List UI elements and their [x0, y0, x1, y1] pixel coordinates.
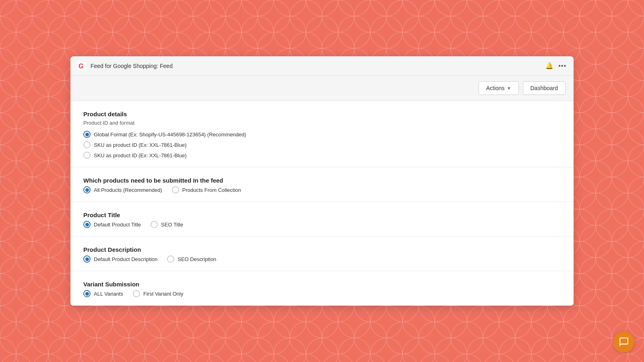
radio-label-default_title: Default Product Title: [94, 222, 141, 228]
radio-circle-sku_id_1: [83, 141, 91, 148]
radio-label-first_variant: First Variant Only: [143, 291, 183, 297]
content-area: Product detailsProduct ID and formatGlob…: [70, 101, 574, 306]
section-title-product_details: Product details: [83, 111, 561, 117]
bell-icon[interactable]: 🔔: [545, 62, 553, 70]
radio-label-sku_id_2: SKU as product ID (Ex: XXL-7861-Blue): [94, 152, 187, 158]
radio-label-sku_id_1: SKU as product ID (Ex: XXL-7861-Blue): [94, 142, 187, 148]
dashboard-button[interactable]: Dashboard: [523, 81, 566, 95]
radio-option-seo_title[interactable]: SEO Title: [151, 221, 183, 228]
radio-circle-from_collection: [172, 186, 179, 193]
radio-circle-all_products: [83, 186, 91, 193]
section-product_title: Product TitleDefault Product TitleSEO Ti…: [70, 202, 574, 237]
radio-group-product_description: Default Product DescriptionSEO Descripti…: [83, 255, 561, 263]
actions-button[interactable]: Actions ▼: [479, 81, 519, 95]
section-title-which_products: Which products need to be submitted In t…: [83, 177, 561, 184]
radio-label-seo_description: SEO Description: [178, 256, 216, 262]
section-title-variant_submission: Variant Submission: [83, 281, 561, 288]
app-logo-icon: G: [78, 62, 87, 70]
radio-group-which_products: All Products (Recommended)Products From …: [83, 186, 561, 193]
section-title-product_title: Product Title: [83, 212, 561, 218]
more-options-icon[interactable]: •••: [558, 62, 566, 70]
radio-label-global_format: Global Format (Ex: Shopify-US-445698-123…: [94, 132, 246, 138]
radio-option-sku_id_2[interactable]: SKU as product ID (Ex: XXL-7861-Blue): [83, 152, 561, 159]
radio-option-global_format[interactable]: Global Format (Ex: Shopify-US-445698-123…: [83, 131, 561, 138]
section-product_description: Product DescriptionDefault Product Descr…: [70, 237, 574, 271]
radio-circle-first_variant: [133, 290, 140, 297]
section-which_products: Which products need to be submitted In t…: [70, 167, 574, 202]
radio-option-all_variants[interactable]: ALL Variants: [83, 290, 123, 297]
radio-circle-all_variants: [83, 290, 91, 297]
section-title-product_description: Product Description: [83, 246, 561, 253]
radio-option-from_collection[interactable]: Products From Collection: [172, 186, 241, 193]
radio-option-seo_description[interactable]: SEO Description: [167, 255, 216, 263]
radio-group-variant_submission: ALL VariantsFirst Variant Only: [83, 290, 561, 297]
radio-label-default_description: Default Product Description: [94, 256, 157, 262]
radio-label-all_variants: ALL Variants: [94, 291, 123, 297]
radio-option-sku_id_1[interactable]: SKU as product ID (Ex: XXL-7861-Blue): [83, 141, 561, 148]
window-title: Feed for Google Shopping: Feed: [91, 63, 173, 69]
section-product_details: Product detailsProduct ID and formatGlob…: [70, 101, 574, 167]
radio-option-first_variant[interactable]: First Variant Only: [133, 290, 183, 297]
radio-option-default_title[interactable]: Default Product Title: [83, 221, 141, 228]
radio-circle-seo_title: [151, 221, 158, 228]
radio-option-all_products[interactable]: All Products (Recommended): [83, 186, 162, 193]
radio-group-product_title: Default Product TitleSEO Title: [83, 221, 561, 228]
main-window: G Feed for Google Shopping: Feed 🔔 ••• A…: [70, 56, 574, 306]
chat-icon: [619, 337, 629, 347]
radio-label-seo_title: SEO Title: [161, 222, 183, 228]
section-variant_submission: Variant SubmissionALL VariantsFirst Vari…: [70, 271, 574, 306]
radio-option-default_description[interactable]: Default Product Description: [83, 255, 157, 263]
radio-label-all_products: All Products (Recommended): [94, 187, 162, 193]
radio-circle-seo_description: [167, 255, 174, 263]
radio-group-product_details: Global Format (Ex: Shopify-US-445698-123…: [83, 131, 561, 159]
title-bar-left: G Feed for Google Shopping: Feed: [78, 62, 173, 70]
actions-label: Actions: [486, 85, 505, 91]
radio-circle-global_format: [83, 131, 91, 138]
radio-circle-sku_id_2: [83, 152, 91, 159]
radio-label-from_collection: Products From Collection: [182, 187, 241, 193]
title-bar-right: 🔔 •••: [545, 62, 566, 70]
radio-circle-default_title: [83, 221, 91, 228]
title-bar: G Feed for Google Shopping: Feed 🔔 •••: [70, 56, 574, 76]
svg-text:G: G: [78, 63, 83, 70]
chevron-down-icon: ▼: [507, 86, 511, 90]
chat-button[interactable]: [613, 331, 634, 352]
section-subtitle-product_details: Product ID and format: [83, 120, 561, 126]
toolbar: Actions ▼ Dashboard: [70, 76, 574, 101]
radio-circle-default_description: [83, 255, 91, 263]
